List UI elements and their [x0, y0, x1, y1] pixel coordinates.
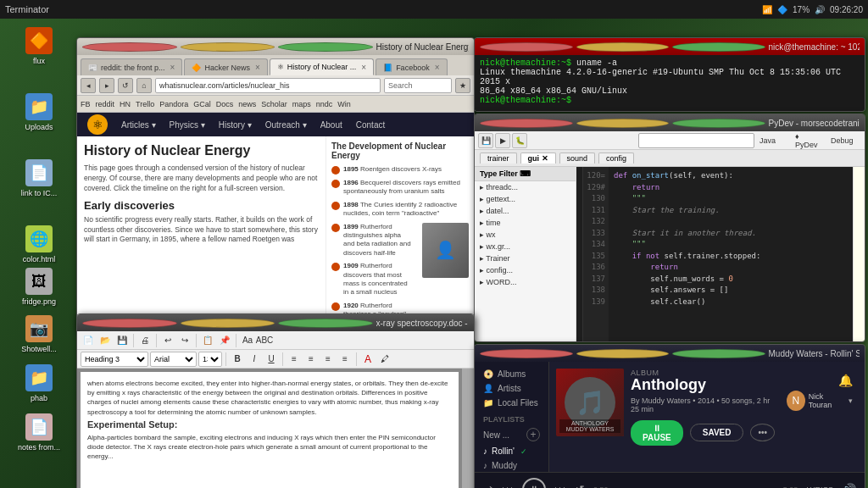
lo-redo-btn[interactable]: ↪ [177, 333, 192, 348]
pydev-min-btn[interactable] [576, 119, 670, 128]
shuffle-button[interactable]: ⇄ [483, 483, 493, 489]
home-button[interactable]: ⌂ [136, 78, 152, 93]
sidebar-time[interactable]: ▸ time [475, 217, 576, 229]
lo-paste-btn[interactable]: 📌 [217, 333, 232, 348]
lo-min-btn[interactable] [181, 319, 275, 328]
tab-reddit-close[interactable]: × [170, 63, 175, 72]
pydev-type-filter[interactable]: Type Filter ⌨ [475, 167, 576, 181]
pydev-tab-gui[interactable]: gui ✕ [520, 152, 556, 164]
volume-button[interactable]: 🔊 [842, 483, 856, 489]
nav-about[interactable]: About [320, 120, 342, 130]
pydev-tab-config[interactable]: config [598, 152, 634, 164]
sidebar-datel[interactable]: ▸ datel... [475, 205, 576, 217]
tab-reddit[interactable]: 📰 reddit: the front p... × [81, 58, 182, 75]
lo-font-color-btn[interactable]: A [360, 352, 376, 367]
pydev-run-btn[interactable]: ▶ [495, 133, 510, 148]
lyrics-button[interactable]: LYRICS [806, 485, 833, 489]
bm-news[interactable]: news [238, 100, 256, 108]
nav-physics[interactable]: Physics ▾ [170, 120, 205, 130]
ms-localfiles[interactable]: 📁 Local Files [475, 396, 548, 410]
terminal-body[interactable]: nick@themachine:~$ uname -a Linux themac… [475, 55, 865, 111]
bm-gcal[interactable]: GCal [193, 100, 211, 108]
lo-save-btn[interactable]: 💾 [114, 333, 130, 348]
lo-justify-btn[interactable]: ≡ [337, 352, 353, 367]
repeat-button[interactable]: ↺ [575, 483, 585, 489]
play-pause-button[interactable]: ⏸ [522, 478, 546, 489]
firefox-close-btn[interactable] [82, 42, 177, 52]
bookmark-star[interactable]: ★ [455, 78, 470, 93]
nav-contact[interactable]: Contact [356, 120, 385, 130]
nav-history[interactable]: History ▾ [219, 120, 252, 130]
lo-highlight-btn[interactable]: 🖍 [377, 352, 392, 367]
search-bar[interactable]: Search [384, 78, 452, 93]
nav-articles[interactable]: Articles ▾ [121, 120, 156, 130]
pydev-tab-sound[interactable]: sound [559, 152, 596, 164]
sidebar-wx[interactable]: ▸ wx [475, 229, 576, 241]
bm-pandora[interactable]: Pandora [159, 100, 188, 108]
bm-win[interactable]: Win [337, 100, 351, 108]
lo-italic-btn[interactable]: I [247, 352, 262, 367]
lo-open-btn[interactable]: 📂 [97, 333, 113, 348]
pause-button[interactable]: ⏸ PAUSE [631, 420, 683, 446]
lo-align-center-btn[interactable]: ≡ [303, 352, 319, 367]
url-bar[interactable]: whatisnuclear.com/articles/nuclear_his [155, 78, 381, 93]
bm-docs[interactable]: Docs [216, 100, 234, 108]
desktop-icon-color[interactable]: 🌐 color.html [15, 225, 63, 264]
firefox-min-btn[interactable] [181, 42, 275, 52]
bm-maps[interactable]: maps [292, 100, 311, 108]
tab-facebook-close[interactable]: × [435, 63, 440, 72]
lo-max-btn[interactable] [278, 319, 373, 328]
desktop-icon-phab[interactable]: 📁 phab [15, 364, 63, 403]
pydev-max-btn[interactable] [672, 119, 765, 128]
lo-size-select[interactable]: 13 [198, 352, 222, 367]
lo-align-left-btn[interactable]: ≡ [287, 352, 302, 367]
desktop-icon-notes[interactable]: 📄 notes from... [15, 413, 63, 452]
tab-facebook[interactable]: 📘 Facebook × [376, 58, 447, 75]
music-close-btn[interactable] [480, 349, 573, 358]
lo-spell-btn[interactable]: ABC [257, 333, 272, 348]
next-button[interactable]: ⏭ [554, 483, 566, 489]
lo-undo-btn[interactable]: ↩ [160, 333, 175, 348]
ms-rollin-playlist[interactable]: ♪ Rollin' ✓ [475, 444, 548, 458]
pydev-tab-trainer[interactable]: trainer [480, 152, 517, 164]
terminal-close-btn[interactable] [480, 42, 573, 52]
lo-bold-btn[interactable]: B [230, 352, 245, 367]
lo-font-select[interactable]: Arial [150, 352, 197, 367]
sidebar-config[interactable]: ▸ config... [475, 264, 576, 276]
sidebar-trainer[interactable]: ▸ Trainer [475, 252, 576, 264]
back-button[interactable]: ◂ [81, 78, 96, 93]
sidebar-gettext[interactable]: ▸ gettext... [475, 193, 576, 205]
lo-copy-btn[interactable]: 📋 [200, 333, 215, 348]
bm-fb[interactable]: FB [81, 100, 91, 108]
sidebar-threadc[interactable]: ▸ threadc... [475, 181, 576, 193]
tab-nuclear-close[interactable]: × [361, 63, 366, 72]
ms-new-playlist[interactable]: New ... + [475, 425, 548, 444]
firefox-max-btn[interactable] [278, 42, 373, 52]
more-options-button[interactable]: ••• [750, 424, 775, 441]
lo-close-btn[interactable] [82, 319, 177, 328]
terminal-min-btn[interactable] [576, 42, 670, 52]
desktop-icon-link[interactable]: 📄 link to IC... [15, 159, 63, 198]
bm-trello[interactable]: Trello [136, 100, 154, 108]
desktop-icon-flux[interactable]: 🔶 flux [15, 27, 63, 66]
ms-artists[interactable]: 👤 Artists [475, 381, 548, 396]
reload-button[interactable]: ↺ [118, 78, 133, 93]
lo-page[interactable]: when atoms electrons become excited, the… [81, 372, 459, 488]
sidebar-wxgr[interactable]: ▸ wx.gr... [475, 241, 576, 252]
bm-scholar[interactable]: Scholar [261, 100, 287, 108]
lo-underline-btn[interactable]: U [264, 352, 279, 367]
pydev-debug-btn[interactable]: 🐛 [512, 133, 527, 148]
lo-style-select[interactable]: Heading 3 [81, 352, 148, 367]
prev-button[interactable]: ⏮ [502, 483, 514, 489]
nav-outreach[interactable]: Outreach ▾ [265, 120, 307, 130]
desktop-icon-uploads[interactable]: 📁 Uploads [15, 93, 63, 132]
music-min-btn[interactable] [576, 349, 670, 358]
saved-button[interactable]: SAVED [690, 424, 744, 441]
desktop-icon-shotwell[interactable]: 📷 Shotwell... [15, 315, 63, 354]
sidebar-word[interactable]: ▸ WORD... [475, 276, 576, 288]
lo-new-btn[interactable]: 📄 [81, 333, 96, 348]
music-max-btn[interactable] [672, 349, 765, 358]
pydev-debug-tab[interactable]: Debug [827, 136, 861, 145]
lo-format-btn[interactable]: Aa [240, 333, 255, 348]
tab-nuclear[interactable]: ⚛ History of Nuclear ... × [270, 58, 374, 75]
